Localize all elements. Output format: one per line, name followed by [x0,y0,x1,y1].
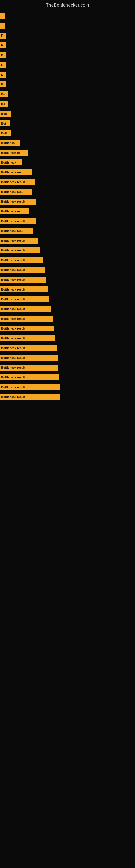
bar-item: B [0,82,6,87]
bar-item: Bottleneck result [0,335,55,341]
bar-item [0,23,5,29]
bar-item: Bottleneck resu [0,169,32,175]
bar-item: Bottleneck result [0,394,60,400]
bar-item: Bottleneck result [0,257,43,263]
bar-item: Bottleneck result [0,179,35,185]
bar-label: Bott [1,131,7,135]
bar-label: Bottleneck result [1,200,25,203]
bar-label: Bottleneck result [1,366,25,369]
bar-label: Bottleneck result [1,249,25,252]
bar-item: Bottleneck re [0,150,28,156]
bar-item: Bottleneck result [0,355,57,361]
bar-label: Bottleneck result [1,346,25,350]
bar-item: Bottleneck result [0,306,51,312]
bar-row: Bottleneck result [0,246,135,255]
bar-item: F [0,33,6,38]
bar-row: Bottleneck result [0,324,135,333]
bar-label: Bottleneck result [1,337,25,340]
bar-item: Bottleneck result [0,326,54,332]
bar-row: E [0,61,135,69]
bar-item: Bottleneck result [0,345,57,351]
bar-label: Bottleneck result [1,219,25,223]
bar-item: Bottlenec [0,140,20,146]
bar-label: Bottleneck result [1,376,25,379]
bar-row: Bott [0,109,135,118]
bar-row: Bott [0,129,135,137]
bar-label: Bottleneck re [1,210,20,213]
bar-label: Bottleneck result [1,385,25,389]
bar-item: B [0,52,6,58]
bar-row: Bot [0,119,135,128]
bar-item: Bottleneck re [0,208,29,214]
bar-label: Bottleneck result [1,180,25,184]
bar-label: Bottleneck result [1,317,25,320]
bar-item: Bottleneck result [0,296,49,302]
bar-item: Bo [0,101,8,107]
bar-label: F [1,34,3,37]
bar-row: Bo [0,90,135,98]
bar-item: Bottleneck result [0,247,40,253]
bar-item: Bott [0,111,11,117]
bar-row: Bottleneck re [0,148,135,157]
bar-row: Bottleneck resu [0,187,135,196]
bar-label: Bottleneck result [1,298,25,301]
bar-label: F [1,44,3,47]
bar-row: F [0,41,135,50]
bar-item: Bottleneck result [0,286,48,292]
bar-label: Bottleneck result [1,288,25,291]
bar-row: Bottleneck result [0,305,135,313]
bar-item: E [0,72,6,78]
bar-label: Bottleneck re [1,151,20,154]
bar-label: Bottleneck [1,161,16,164]
bar-item [0,13,5,19]
bar-label: B [1,83,3,86]
bar-row: Bottleneck result [0,373,135,382]
bar-row: Bottleneck result [0,256,135,265]
bar-item: Bott [0,130,11,136]
bar-row: Bottleneck result [0,266,135,274]
bar-item: Bottleneck result [0,218,37,224]
bar-row: Bottleneck result [0,285,135,294]
bar-label: Bo [1,93,5,96]
bar-item: Bottleneck resu [0,189,32,195]
bar-label: Bottleneck resu [1,190,24,193]
bar-label: B [1,54,3,57]
bar-label: Bottlenec [1,141,14,145]
bar-row: Bottleneck result [0,236,135,245]
bar-label: E [1,63,3,66]
bar-row: Bottleneck [0,158,135,167]
bar-label: Bottleneck result [1,307,25,311]
bar-row: Bottleneck resu [0,226,135,235]
bar-row: Bottleneck result [0,217,135,225]
bar-item: Bottleneck result [0,198,36,205]
bar-label: Bottleneck result [1,239,25,242]
bar-row: Bottleneck re [0,207,135,216]
bar-row: Bottleneck resu [0,168,135,177]
bar-row: Bottleneck result [0,383,135,392]
bar-row: B [0,80,135,89]
bar-row: Bottleneck result [0,295,135,304]
bar-item: Bot [0,120,10,126]
bar-item: Bottleneck result [0,365,58,371]
bar-item: Bottleneck result [0,238,38,244]
bar-label: E [1,73,3,76]
bar-row: Bottleneck result [0,314,135,323]
bar-label: Bottleneck result [1,356,25,360]
bar-item: Bottleneck result [0,316,53,322]
bar-row: Bottleneck result [0,334,135,343]
bar-row: E [0,70,135,79]
bar-row: Bottleneck result [0,344,135,352]
bar-item: Bo [0,91,8,97]
bar-label: Bottleneck resu [1,170,24,174]
bar-item: E [0,62,6,68]
bar-item: Bottleneck result [0,267,45,273]
bar-label: Bo [1,102,5,105]
site-title: TheBottlenecker.com [0,0,135,9]
bar-row: Bottleneck result [0,178,135,186]
bar-row: Bottleneck result [0,393,135,401]
bar-label: Bottleneck result [1,278,25,281]
bar-item: Bottleneck [0,159,22,165]
bar-row: Bottleneck result [0,197,135,206]
bar-label: Bot [1,122,6,125]
bar-row: Bottleneck result [0,363,135,372]
